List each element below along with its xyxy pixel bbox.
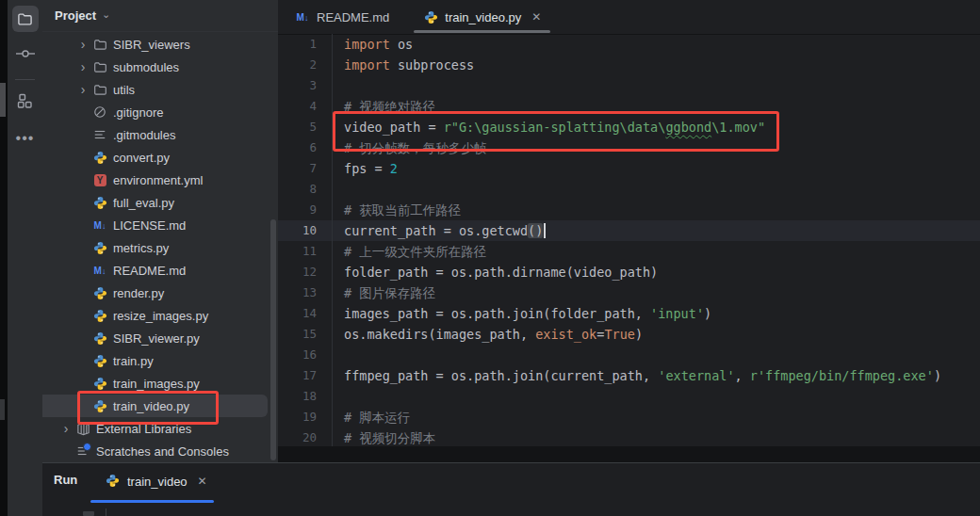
scratch-icon (75, 443, 90, 459)
line-number[interactable]: 4 (278, 96, 333, 117)
project-tree-scrollbar[interactable] (270, 219, 276, 460)
line-number[interactable]: 19 (278, 407, 333, 427)
tree-item-full_eval.py[interactable]: full_eval.py (42, 191, 278, 214)
python-icon (106, 474, 121, 489)
code-line-18[interactable]: 18 (278, 386, 980, 407)
editor-area: M↓README.mdtrain_video.py✕ 1import os2im… (278, 0, 980, 462)
line-number[interactable]: 2 (278, 55, 333, 75)
code-line-7[interactable]: 7fps = 2 (278, 158, 980, 179)
more-icon[interactable]: ••• (12, 125, 39, 152)
tree-item-train.py[interactable]: train.py (42, 349, 278, 372)
code-line-text (333, 75, 344, 96)
code-line-15[interactable]: 15os.makedirs(images_path, exist_ok=True… (278, 324, 980, 345)
project-panel-title: Project (55, 8, 96, 23)
python-icon (92, 398, 107, 413)
line-number[interactable]: 8 (278, 179, 333, 200)
library-icon (75, 421, 90, 436)
chevron-right-icon[interactable]: › (57, 422, 75, 435)
editor-tab-README.md[interactable]: M↓README.md (278, 0, 406, 34)
code-line-4[interactable]: 4# 视频绝对路径 (278, 96, 980, 117)
tree-item-label: render.py (113, 286, 164, 300)
line-number[interactable]: 18 (278, 386, 333, 407)
tree-item-Scratches-and-Consoles[interactable]: Scratches and Consoles (42, 440, 278, 462)
code-line-12[interactable]: 12folder_path = os.path.dirname(video_pa… (278, 262, 980, 282)
chevron-right-icon[interactable]: › (74, 60, 92, 73)
close-icon[interactable]: ✕ (531, 10, 541, 24)
tree-item-render.py[interactable]: render.py (42, 282, 278, 304)
background-artifact (0, 399, 5, 420)
code-line-19[interactable]: 19# 脚本运行 (278, 407, 980, 427)
markdown-icon: M↓ (295, 9, 310, 24)
code-line-11[interactable]: 11# 上一级文件夹所在路径 (278, 241, 980, 262)
python-icon (92, 376, 107, 391)
tree-item-.gitmodules[interactable]: .gitmodules (42, 123, 278, 146)
chevron-right-icon[interactable]: › (74, 83, 92, 96)
code-line-1[interactable]: 1import os (278, 34, 980, 55)
run-tab-train_video[interactable]: train_video ✕ (94, 465, 219, 497)
line-number[interactable]: 17 (278, 365, 333, 386)
editor-tab-train_video.py[interactable]: train_video.py✕ (406, 0, 558, 34)
line-number[interactable]: 3 (278, 75, 333, 96)
chevron-right-icon[interactable]: › (74, 38, 92, 51)
tree-item-label: .gitignore (113, 105, 163, 120)
tree-item-External-Libraries[interactable]: ›External Libraries (42, 417, 278, 440)
line-number[interactable]: 12 (278, 262, 333, 282)
code-line-14[interactable]: 14images_path = os.path.join(folder_path… (278, 303, 980, 324)
tree-item-train_video.py[interactable]: train_video.py (42, 395, 278, 417)
code-line-17[interactable]: 17ffmpeg_path = os.path.join(current_pat… (278, 365, 980, 386)
close-icon[interactable]: ✕ (198, 475, 207, 488)
tree-item-label: full_eval.py (113, 196, 174, 210)
tree-item-convert.py[interactable]: convert.py (42, 146, 278, 169)
code-line-9[interactable]: 9# 获取当前工作路径 (278, 200, 980, 220)
code-line-20[interactable]: 20# 视频切分脚本 (278, 427, 980, 448)
code-line-16[interactable]: 16 (278, 345, 980, 365)
line-number[interactable]: 14 (278, 303, 333, 324)
tree-item-metrics.py[interactable]: metrics.py (42, 236, 278, 259)
folder-icon (92, 59, 107, 74)
project-folder-icon[interactable] (12, 6, 39, 32)
line-number[interactable]: 11 (278, 241, 333, 262)
tree-item-SIBR_viewer.py[interactable]: SIBR_viewer.py (42, 327, 278, 349)
line-number[interactable]: 6 (278, 137, 333, 158)
line-number[interactable]: 9 (278, 200, 333, 220)
cutoff-icon (83, 511, 94, 516)
code-line-8[interactable]: 8 (278, 179, 980, 200)
line-number[interactable]: 10 (278, 220, 333, 241)
line-number[interactable]: 5 (278, 117, 333, 137)
tree-item-train_images.py[interactable]: train_images.py (42, 372, 278, 395)
line-number[interactable]: 15 (278, 324, 333, 345)
code-line-2[interactable]: 2import subprocess (278, 55, 980, 75)
line-number[interactable]: 7 (278, 158, 333, 179)
line-number[interactable]: 16 (278, 345, 333, 365)
code-line-13[interactable]: 13# 图片保存路径 (278, 282, 980, 303)
code-line-3[interactable]: 3 (278, 75, 980, 96)
tree-item-README.md[interactable]: M↓README.md (42, 259, 278, 282)
code-line-text: # 切分帧数，每秒多少帧 (333, 137, 486, 158)
line-number[interactable]: 1 (278, 34, 333, 55)
text-caret (544, 223, 546, 238)
line-number[interactable]: 20 (278, 427, 333, 448)
code-line-10[interactable]: 10current_path = os.getcwd() (278, 220, 980, 241)
tree-item-label: Scratches and Consoles (96, 444, 229, 459)
code-line-5[interactable]: 5video_path = r"G:\gaussian-splatting\da… (278, 117, 980, 137)
code-editor[interactable]: 1import os2import subprocess34# 视频绝对路径5v… (278, 34, 980, 448)
line-number[interactable]: 13 (278, 282, 333, 303)
python-icon (92, 195, 107, 210)
tree-item-resize_images.py[interactable]: resize_images.py (42, 304, 278, 327)
stripe-divider (15, 79, 35, 80)
markdown-icon: M↓ (92, 218, 107, 233)
tree-item-label: SIBR_viewers (113, 38, 190, 52)
tree-item-utils[interactable]: ›utils (42, 78, 278, 101)
markdown-icon: M↓ (92, 263, 107, 278)
tree-item-SIBR_viewers[interactable]: ›SIBR_viewers (42, 33, 278, 56)
tree-item-LICENSE.md[interactable]: M↓LICENSE.md (42, 214, 278, 236)
tree-item-submodules[interactable]: ›submodules (42, 56, 278, 78)
background-artifact (0, 83, 6, 117)
structure-icon[interactable] (12, 88, 39, 114)
code-line-6[interactable]: 6# 切分帧数，每秒多少帧 (278, 137, 980, 158)
code-line-text: ffmpeg_path = os.path.join(current_path,… (333, 365, 941, 386)
tree-item-.gitignore[interactable]: .gitignore (42, 101, 278, 123)
project-panel-header[interactable]: Project ⌄ (42, 0, 278, 32)
tree-item-environment.yml[interactable]: Yenvironment.yml (42, 169, 278, 191)
commit-icon[interactable] (12, 40, 39, 67)
